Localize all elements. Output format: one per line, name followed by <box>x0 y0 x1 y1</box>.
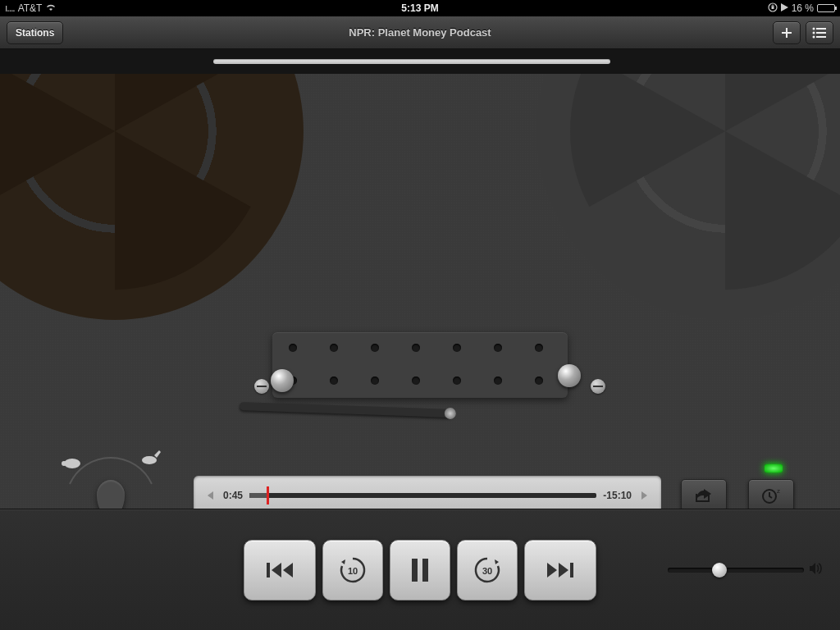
playhead[interactable] <box>267 486 269 504</box>
speed-knob[interactable] <box>97 480 125 509</box>
rabbit-icon <box>142 450 161 464</box>
svg-text:30: 30 <box>482 566 492 576</box>
previous-track-button[interactable] <box>244 540 316 600</box>
loading-region <box>0 49 840 74</box>
scrub-track[interactable] <box>249 493 596 498</box>
chapter-prev-button[interactable] <box>202 488 217 503</box>
volume-thumb[interactable] <box>712 563 727 578</box>
sleep-timer-button[interactable]: z <box>748 479 794 509</box>
svg-rect-16 <box>422 559 428 582</box>
time-elapsed: 0:45 <box>223 490 243 501</box>
svg-rect-3 <box>816 28 826 30</box>
loading-progress-bar <box>213 59 610 64</box>
chapter-next-button[interactable] <box>638 488 653 503</box>
rewind-10-icon: 10 <box>336 554 369 587</box>
scrubber[interactable]: 0:45 -15:10 <box>194 476 661 509</box>
share-icon <box>694 487 714 504</box>
svg-rect-15 <box>412 559 418 582</box>
knob-right <box>558 364 581 387</box>
stations-button[interactable]: Stations <box>7 21 63 44</box>
signal-icon: ı.... <box>5 2 15 14</box>
svg-rect-1 <box>771 6 774 9</box>
skip-forward-icon <box>546 560 575 580</box>
list-button[interactable] <box>806 21 833 44</box>
volume-slider[interactable] <box>668 558 824 582</box>
svg-text:10: 10 <box>348 566 358 576</box>
status-right: 16 % <box>768 2 835 15</box>
battery-percent: 16 % <box>792 2 814 14</box>
skip-forward-button[interactable]: 30 <box>457 540 518 600</box>
add-button[interactable] <box>773 21 801 44</box>
transport-controls: 10 30 <box>0 509 840 630</box>
time-remaining: -15:10 <box>603 490 632 501</box>
tape-reel-left <box>0 74 304 320</box>
sleep-led <box>765 464 783 472</box>
battery-icon <box>817 4 835 12</box>
forward-30-icon: 30 <box>471 554 504 587</box>
wifi-icon <box>45 2 57 14</box>
nav-bar: Stations NPR: Planet Money Podcast <box>0 16 840 49</box>
carrier-label: AT&T <box>18 2 43 14</box>
clock-sleep-icon: z <box>760 486 782 504</box>
tape-deck: 0:45 -15:10 z <box>0 74 840 509</box>
plus-icon <box>780 26 793 39</box>
playback-speed-dial[interactable] <box>49 447 172 509</box>
skip-back-button[interactable]: 10 <box>322 540 383 600</box>
svg-rect-7 <box>816 36 826 38</box>
svg-text:z: z <box>777 487 780 495</box>
tape-head-block <box>272 332 568 398</box>
status-time: 5:13 PM <box>401 2 438 14</box>
status-left: ı.... AT&T <box>5 2 57 14</box>
tape-arm <box>240 402 453 418</box>
svg-point-2 <box>813 27 815 30</box>
pause-icon <box>410 559 430 582</box>
orientation-lock-icon <box>768 2 778 15</box>
play-pause-button[interactable] <box>390 540 450 600</box>
turtle-icon <box>62 459 80 468</box>
svg-point-6 <box>813 35 815 38</box>
status-bar: ı.... AT&T 5:13 PM 16 % <box>0 0 840 16</box>
screw-left <box>254 379 269 394</box>
page-title: NPR: Planet Money Podcast <box>349 26 491 39</box>
speaker-icon <box>809 562 824 578</box>
svg-point-9 <box>62 461 66 466</box>
svg-rect-18 <box>570 563 573 578</box>
screw-right <box>591 379 605 394</box>
svg-rect-5 <box>816 32 826 34</box>
play-indicator-icon <box>781 2 788 14</box>
svg-point-10 <box>142 456 157 464</box>
share-button[interactable] <box>681 479 727 509</box>
skip-back-icon <box>265 560 294 580</box>
tape-reel-right <box>536 74 840 320</box>
list-icon <box>812 27 827 39</box>
volume-track[interactable] <box>668 568 804 573</box>
next-track-button[interactable] <box>524 540 596 600</box>
svg-rect-13 <box>267 563 270 578</box>
svg-point-4 <box>813 31 815 34</box>
knob-left <box>271 369 294 392</box>
